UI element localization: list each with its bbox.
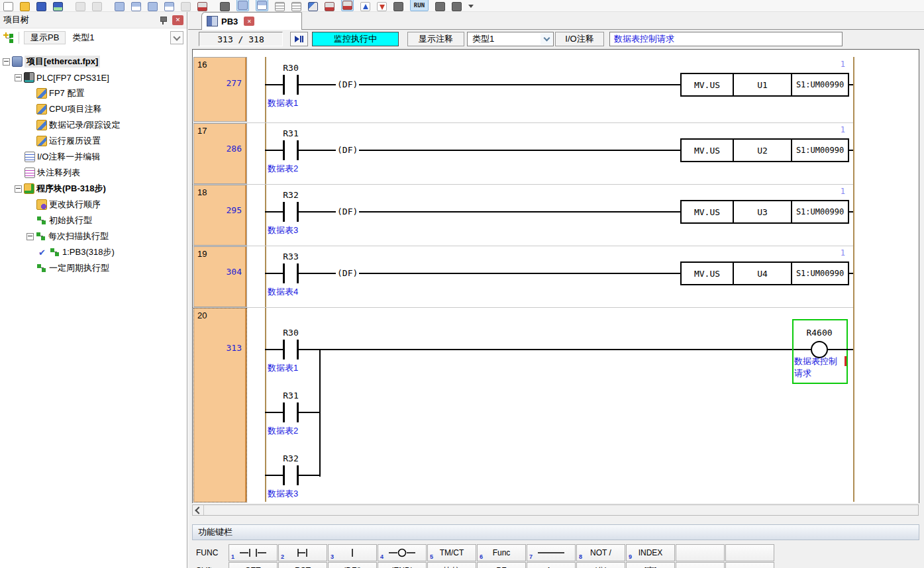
tree-item-cpu-comment[interactable]: CPU项目注释 xyxy=(0,103,187,116)
redo-icon[interactable] xyxy=(92,2,102,11)
show-comment-button[interactable]: 显示注释 xyxy=(407,32,464,46)
collapse-icon[interactable] xyxy=(3,58,10,66)
fkey-blank[interactable] xyxy=(725,562,774,568)
upload-program-icon[interactable] xyxy=(360,2,370,11)
open-folder-icon[interactable] xyxy=(20,2,30,11)
contact-label[interactable]: R33 xyxy=(268,252,314,261)
tree-item-scan-exec[interactable]: 每次扫描执行型 xyxy=(0,230,187,243)
chevron-down-icon[interactable] xyxy=(540,33,552,45)
tree-item-pb3[interactable]: 1:PB3(318步) xyxy=(0,246,187,259)
tree-item-io-comment[interactable]: I/O注释一并编辑 xyxy=(0,150,187,164)
fkey-or-contact[interactable]: 2 xyxy=(278,544,327,561)
new-file-icon[interactable] xyxy=(3,2,13,11)
horizontal-scrollbar[interactable] xyxy=(192,504,919,516)
collapse-icon[interactable] xyxy=(15,74,22,81)
collapse-icon[interactable] xyxy=(15,185,22,193)
scroll-left-button[interactable] xyxy=(193,505,204,515)
contact-label[interactable]: R32 xyxy=(268,453,314,463)
io-comment-button[interactable]: I/O注释 xyxy=(555,32,604,46)
search-prev-icon[interactable] xyxy=(452,2,462,11)
df-instruction[interactable]: (DF) xyxy=(336,207,359,216)
io-comment-input[interactable]: 数据表控制请求 xyxy=(609,32,843,46)
fkey-horizontal-line[interactable]: 7 xyxy=(527,544,576,561)
fkey-dfn[interactable]: (DF/) xyxy=(328,562,377,568)
close-tab-button[interactable] xyxy=(244,17,254,26)
fkey-vertical-line[interactable]: 3 xyxy=(328,544,377,561)
fkey-blank[interactable] xyxy=(676,562,725,568)
jump-icon[interactable] xyxy=(181,2,191,11)
tree-item-project[interactable]: 项目[ethercat.fpx] xyxy=(0,55,187,68)
download-program-icon[interactable] xyxy=(377,2,387,11)
contact-label[interactable]: R30 xyxy=(268,328,314,338)
tree-type-dropdown[interactable] xyxy=(170,31,183,44)
function-block[interactable]: MV.US U4 S1:UM00990 xyxy=(680,261,849,285)
search-next-icon[interactable] xyxy=(435,2,445,11)
comment-edit-icon[interactable] xyxy=(308,2,318,11)
tree-item-run-history[interactable]: 运行履历设置 xyxy=(0,134,187,148)
tree-item-program-blocks[interactable]: 程序块(PB-318步) xyxy=(0,182,187,195)
monitor-toggle-button[interactable] xyxy=(290,32,308,46)
grid-view-icon[interactable] xyxy=(275,2,285,11)
fkey-tmct[interactable]: 5 TM/CT xyxy=(427,544,476,561)
edit-list-icon[interactable] xyxy=(164,2,174,11)
ladder-editor[interactable]: 16 277 1 R30 数据表1 (DF) MV.US U1 S1:UM009… xyxy=(192,49,919,503)
device-monitor-on-icon[interactable] xyxy=(341,0,354,11)
fkey-coil[interactable]: 4 xyxy=(378,544,427,561)
fkey-func[interactable]: 6 Func xyxy=(477,544,526,561)
fkey-index[interactable]: 9 INDEX xyxy=(626,544,675,561)
tree-item-exec-order[interactable]: 更改执行顺序 xyxy=(0,198,187,211)
tree-item-block-comment[interactable]: 块注释列表 xyxy=(0,166,187,179)
fkey-compare[interactable]: 比较 xyxy=(427,562,476,568)
show-pb-button[interactable]: 显示PB xyxy=(24,31,66,44)
contact-label[interactable]: R32 xyxy=(268,190,314,200)
list-view-icon[interactable] xyxy=(236,0,249,11)
fkey-word[interactable]: [字] xyxy=(626,562,675,568)
rung-margin[interactable]: 17 286 xyxy=(193,123,247,184)
add-pb-icon[interactable] xyxy=(3,32,14,43)
rung-margin[interactable]: 16 277 xyxy=(193,57,247,122)
search-device-icon[interactable] xyxy=(393,2,403,11)
rung-margin-selected[interactable]: 20 313 xyxy=(193,308,247,502)
find-icon[interactable] xyxy=(220,2,230,11)
close-panel-button[interactable] xyxy=(172,15,183,25)
df-instruction[interactable]: (DF) xyxy=(336,268,359,278)
link-icon[interactable] xyxy=(115,2,125,11)
run-mode-button[interactable]: RUN xyxy=(410,0,429,11)
contact-label[interactable]: R31 xyxy=(268,391,314,401)
tree-item-fp7-config[interactable]: FP7 配置 xyxy=(0,87,187,100)
tree-item-periodic-exec[interactable]: 一定周期执行型 xyxy=(0,261,187,275)
goto-step-icon[interactable] xyxy=(197,2,207,11)
fkey-end[interactable]: (END) xyxy=(378,562,427,568)
collapse-icon[interactable] xyxy=(26,233,34,240)
function-block[interactable]: MV.US U3 S1:UM00990 xyxy=(680,200,849,224)
save-as-icon[interactable] xyxy=(53,2,63,11)
fkey-contact[interactable]: 1 xyxy=(229,544,278,561)
fkey-min[interactable]: (分) xyxy=(576,562,625,568)
paste-block-icon[interactable] xyxy=(148,2,158,11)
fkey-blank[interactable] xyxy=(676,544,725,561)
df-instruction[interactable]: (DF) xyxy=(336,79,359,89)
function-block[interactable]: MV.US U1 S1:UM00990 xyxy=(680,73,849,97)
fkey-set[interactable]: SET xyxy=(229,562,278,568)
function-block[interactable]: MV.US U2 S1:UM00990 xyxy=(680,138,849,162)
pin-icon[interactable] xyxy=(158,15,168,25)
rung-margin[interactable]: 18 295 xyxy=(193,185,247,246)
fkey-rst[interactable]: RST xyxy=(278,562,327,568)
fkey-blank[interactable] xyxy=(725,544,774,561)
save-icon[interactable] xyxy=(36,2,46,11)
undo-icon[interactable] xyxy=(76,2,85,11)
copy-block-icon[interactable] xyxy=(131,2,141,11)
fkey-not[interactable]: 8 NOT / xyxy=(576,544,625,561)
device-monitor-icon[interactable] xyxy=(325,2,334,11)
toolbar-overflow-dropdown[interactable] xyxy=(468,5,474,8)
tab-pb3[interactable]: PB3 xyxy=(201,12,302,30)
tree-item-data-log[interactable]: 数据记录/跟踪设定 xyxy=(0,118,187,132)
watch-view-icon[interactable] xyxy=(256,0,268,11)
fkey-pf[interactable]: PF xyxy=(477,562,526,568)
contact-label[interactable]: R31 xyxy=(268,128,314,138)
grid-alt-icon[interactable] xyxy=(291,2,301,11)
contact-label[interactable]: R30 xyxy=(268,63,314,73)
tree-item-plc[interactable]: PLC[FP7 CPS31E] xyxy=(0,71,187,84)
tree-item-initial-exec[interactable]: 初始执行型 xyxy=(0,214,187,227)
fkey-aplus[interactable]: A+ xyxy=(527,562,576,568)
